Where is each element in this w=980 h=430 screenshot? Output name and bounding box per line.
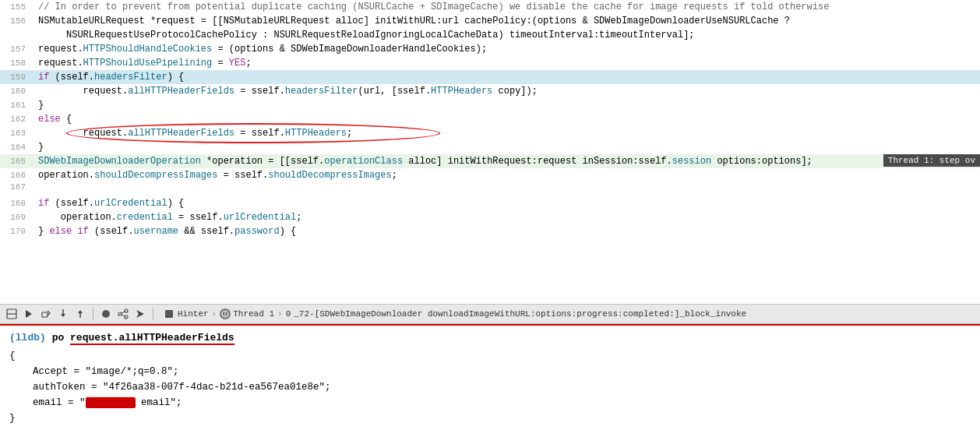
code-line-155: 155 // In order to prevent from potentia…: [0, 0, 980, 14]
svg-marker-5: [61, 314, 65, 317]
code-line-167: 167: [0, 182, 980, 196]
line-content: request.HTTPShouldUsePipelining = YES;: [35, 56, 980, 70]
line-number: 170: [0, 227, 35, 236]
line-content: }: [35, 140, 980, 154]
line-number: 158: [0, 58, 35, 68]
svg-marker-2: [26, 310, 32, 318]
thread-icon: [220, 308, 231, 319]
breadcrumb-frame-num[interactable]: 0: [286, 309, 291, 319]
line-number: 168: [0, 199, 35, 208]
line-content: request.HTTPShouldHandleCookies = (optio…: [35, 42, 980, 56]
line-number: 161: [0, 100, 35, 110]
breadcrumb-hinter[interactable]: Hinter: [178, 309, 209, 319]
line-number: 163: [0, 129, 35, 138]
code-line-166: 166 operation.shouldDecompressImages = s…: [0, 168, 980, 182]
line-content: }: [35, 98, 980, 112]
code-line-156: 156 NSMutableURLRequest *request = [[NSM…: [0, 14, 980, 28]
breadcrumb-sep-1: ›: [212, 309, 217, 319]
code-line-161: 161 }: [0, 98, 980, 112]
line-content: SDWebImageDownloaderOperation *operation…: [35, 154, 980, 168]
line-number: 162: [0, 115, 35, 124]
code-line-169: 169 operation.credential = sself.urlCred…: [0, 210, 980, 224]
svg-point-9: [125, 309, 128, 312]
line-content: } else if (sself.username && sself.passw…: [35, 224, 980, 238]
share-icon[interactable]: [116, 307, 130, 321]
line-content: operation.credential = sself.urlCredenti…: [35, 210, 980, 224]
line-content: operation.shouldDecompressImages = sself…: [35, 168, 980, 182]
lldb-command: po request.allHTTPHeaderFields: [52, 332, 234, 345]
code-line-158: 158 request.HTTPShouldUsePipelining = YE…: [0, 56, 980, 70]
breadcrumb: Hinter › Thread 1 › 0 _72-[SDWebImageDow…: [164, 308, 746, 319]
continue-icon[interactable]: [22, 307, 36, 321]
breadcrumb-sep-2: ›: [277, 309, 283, 319]
line-content: if (sself.urlCredential) {: [35, 196, 980, 210]
console-area: (lldb) po request.allHTTPHeaderFields { …: [0, 324, 980, 430]
code-line-160: 160 request.allHTTPHeaderFields = sself.…: [0, 84, 980, 98]
line-content: if (sself.headersFilter) {: [35, 70, 980, 84]
output-val-authtoken: "4f26aa38-007f-4dac-b21d-ea567ea01e8e": [103, 382, 325, 393]
line-content: NSURLRequestUseProtocolCachePolicy : NSU…: [35, 28, 980, 42]
line-number: 157: [0, 44, 35, 54]
output-key-authtoken: authToken: [33, 382, 86, 393]
svg-point-11: [125, 315, 128, 319]
lldb-prompt-line: (lldb) po request.allHTTPHeaderFields: [9, 332, 971, 344]
step-out-icon[interactable]: [73, 307, 87, 321]
svg-marker-7: [78, 310, 83, 313]
output-authtoken: authToken = "4f26aa38-007f-4dac-b21d-ea5…: [9, 379, 971, 395]
output-key-email: email: [33, 397, 62, 408]
output-email: email = "████████ email";: [9, 395, 971, 411]
lldb-prompt: (lldb): [9, 332, 46, 344]
code-line-163: 163 request.allHTTPHeaderFields = sself.…: [0, 126, 980, 140]
line-number: 160: [0, 86, 35, 96]
code-line-168: 168 if (sself.urlCredential) {: [0, 196, 980, 210]
code-line-164: 164 }: [0, 140, 980, 154]
toggle-console-icon[interactable]: [5, 307, 19, 321]
svg-line-13: [122, 315, 125, 316]
svg-marker-14: [136, 310, 144, 318]
thread-step-badge: Thread 1: step ov: [883, 154, 980, 167]
breadcrumb-func[interactable]: _72-[SDWebImageDownloader downloadImageW…: [294, 309, 746, 319]
svg-rect-15: [165, 310, 173, 318]
svg-line-12: [122, 312, 125, 313]
line-content: request.allHTTPHeaderFields = sself.HTTP…: [35, 126, 980, 140]
line-content: request.allHTTPHeaderFields = sself.head…: [35, 84, 980, 98]
step-over-icon[interactable]: [39, 307, 53, 321]
step-into-icon[interactable]: [56, 307, 70, 321]
output-close-brace: }: [9, 411, 971, 426]
line-number: 165: [0, 157, 35, 166]
line-content: // In order to prevent from potential du…: [35, 0, 980, 14]
breadcrumb-thread[interactable]: Thread 1: [220, 308, 274, 319]
output-accept: Accept = "image/*;q=0.8";: [9, 364, 971, 379]
line-number: 155: [0, 2, 35, 12]
code-area: 155 // In order to prevent from potentia…: [0, 0, 980, 304]
svg-rect-3: [42, 312, 48, 317]
line-number: 169: [0, 213, 35, 222]
line-number: 167: [0, 182, 35, 192]
output-key-accept: Accept: [33, 366, 68, 377]
line-content: NSMutableURLRequest *request = [[NSMutab…: [35, 14, 980, 28]
output-redacted: ████████: [86, 397, 136, 408]
line-content: else {: [35, 112, 980, 126]
code-line-156b: NSURLRequestUseProtocolCachePolicy : NSU…: [0, 28, 980, 42]
breadcrumb-thread-label: Thread 1: [233, 309, 274, 319]
line-number: 156: [0, 16, 35, 26]
toolbar-divider-2: [153, 308, 153, 320]
code-line-165: 165 SDWebImageDownloaderOperation *opera…: [0, 154, 980, 168]
location-icon[interactable]: [133, 307, 147, 321]
line-number: 164: [0, 143, 35, 152]
code-line-162: 162 else {: [0, 112, 980, 126]
breakpoint-icon[interactable]: [99, 307, 113, 321]
code-line-157: 157 request.HTTPShouldHandleCookies = (o…: [0, 42, 980, 56]
lldb-cmd-highlight: request.allHTTPHeaderFields: [70, 332, 234, 345]
output-open-brace: {: [9, 348, 971, 364]
svg-point-8: [102, 310, 110, 318]
svg-point-10: [118, 312, 122, 315]
code-line-159: 159 if (sself.headersFilter) {: [0, 70, 980, 84]
code-line-170: 170 } else if (sself.username && sself.p…: [0, 224, 980, 238]
line-number: 159: [0, 72, 35, 82]
toolbar-divider: [93, 308, 93, 320]
bottom-toolbar: Hinter › Thread 1 › 0 _72-[SDWebImageDow…: [0, 304, 980, 324]
console-output: { Accept = "image/*;q=0.8"; authToken = …: [9, 348, 971, 426]
frame-icon: [164, 308, 174, 319]
output-val-accept: "image/*;q=0.8": [86, 366, 174, 377]
